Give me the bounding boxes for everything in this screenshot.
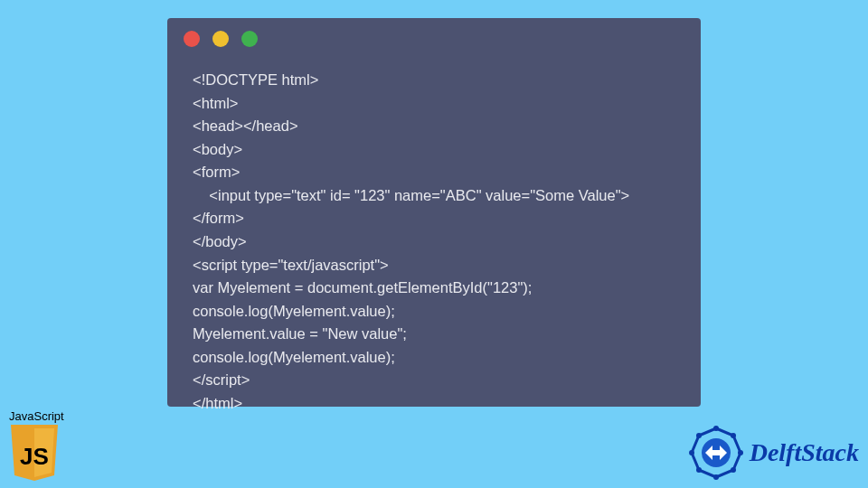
minimize-icon (212, 31, 229, 47)
delftstack-icon (688, 425, 744, 481)
svg-text:JS: JS (20, 443, 49, 470)
delftstack-brand-text: DelftStack (750, 438, 859, 467)
window-titlebar (167, 18, 701, 60)
delftstack-logo: DelftStack (688, 425, 859, 481)
maximize-icon (241, 31, 258, 47)
javascript-label: JavaScript (9, 409, 64, 423)
code-block: <!DOCTYPE html> <html> <head></head> <bo… (167, 60, 701, 415)
javascript-shield-icon: JS (9, 425, 60, 481)
javascript-badge: JavaScript JS (9, 409, 64, 481)
close-icon (184, 31, 200, 47)
code-window: <!DOCTYPE html> <html> <head></head> <bo… (167, 18, 701, 407)
